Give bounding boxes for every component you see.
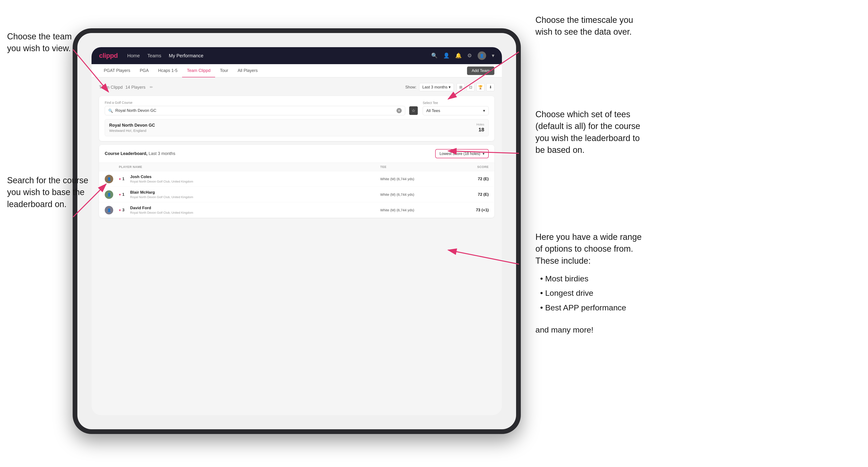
player-club: Royal North Devon Golf Club, United King… [130,180,193,183]
nav-my-performance[interactable]: My Performance [169,53,204,59]
player-name: Josh Coles [130,175,193,179]
player-score: 73 (+1) [446,208,489,213]
player-club: Royal North Devon Golf Club, United King… [130,195,193,199]
grid-large-view-button[interactable]: ⊡ [467,83,474,91]
tee-column-header: TEE [380,165,446,168]
tab-team-clippd[interactable]: Team Clippd [182,64,215,77]
player-name-cell: ♥ 1 Blair McHarg Royal North Devon Golf … [119,190,380,199]
favorite-button[interactable]: ☆ [409,106,418,115]
score-column-header: SCORE [446,165,489,168]
search-icon[interactable]: 🔍 [431,53,437,59]
dropdown-chevron-icon: ▾ [448,85,451,89]
show-label: Show: [405,85,416,90]
avatar: 👤 [105,206,113,214]
show-controls: Show: Last 3 months ▾ ⊞ ⊡ 🏆 ⬇ [405,83,494,91]
top-right-annotation: Choose the timescale youwish to see the … [535,14,633,38]
tab-all-players[interactable]: All Players [233,64,262,77]
bottom-right-annotation: Here you have a wide rangeof options to … [535,231,642,335]
player-row: 👤 ♥ 1 Josh Coles Royal North Devon Golf … [99,171,494,187]
tab-hcaps[interactable]: Hcaps 1-5 [153,64,182,77]
leaderboard-section: Course Leaderboard, Last 3 months Lowest… [99,145,494,218]
player-score: 72 (E) [446,192,489,197]
avatar-icon: 👤 [107,177,111,181]
top-left-annotation: Choose the team you wish to view. [7,31,87,55]
chevron-down-icon[interactable]: ▾ [492,53,494,59]
avatar-icon: 👤 [479,54,484,58]
team-title: Team Clippd 14 Players [99,85,146,90]
player-row: 👤 ♥ 3 David Ford Royal North Devon Golf … [99,203,494,218]
course-result-info: Royal North Devon GC Westward Ho!, Engla… [109,123,155,132]
view-icons: ⊞ ⊡ 🏆 ⬇ [457,83,494,91]
select-tee-group: Select Tee All Tees ▾ [423,101,489,115]
search-icon: 🔍 [108,108,113,113]
options-list: Most birdies Longest drive Best APP perf… [540,272,642,315]
player-name: David Ford [130,206,193,210]
player-row: 👤 ♥ 1 Blair McHarg Royal North Devon Gol… [99,187,494,203]
mid-left-annotation: Search for the courseyou wish to base th… [7,175,88,210]
course-search-input[interactable]: Royal North Devon GC [115,108,394,113]
player-tee: White (M) (6,744 yds) [380,192,446,196]
add-team-button[interactable]: Add Team [467,66,494,75]
team-header: Team Clippd 14 Players ✏ Show: Last 3 mo… [99,83,494,91]
tablet-frame: clippd Home Teams My Performance 🔍 👤 🔔 ⚙… [73,28,521,434]
player-name-column-header: PLAYER NAME [119,165,380,168]
bell-icon[interactable]: 🔔 [455,53,462,59]
brand-logo: clippd [99,52,118,59]
tee-chevron-icon: ▾ [483,108,485,113]
trophy-view-button[interactable]: 🏆 [476,83,485,91]
player-name: Blair McHarg [130,190,193,195]
leaderboard-title: Course Leaderboard, Last 3 months [105,151,175,156]
tab-pga[interactable]: PGA [135,64,153,77]
grid-small-view-button[interactable]: ⊞ [457,83,465,91]
player-tee: White (M) (6,744 yds) [380,208,446,212]
course-search-input-wrapper: 🔍 Royal North Devon GC ✕ [105,106,405,115]
navbar: clippd Home Teams My Performance 🔍 👤 🔔 ⚙… [92,47,502,64]
course-result: Royal North Devon GC Westward Ho!, Engla… [105,119,489,136]
tee-dropdown[interactable]: All Tees ▾ [423,106,489,115]
course-result-location: Westward Ho!, England [109,129,155,132]
rank-cell: 👤 [105,206,119,214]
player-info: David Ford Royal North Devon Golf Club, … [127,206,193,214]
player-info: Josh Coles Royal North Devon Golf Club, … [127,175,193,183]
course-result-name: Royal North Devon GC [109,123,155,128]
avatar: 👤 [105,175,113,183]
find-course-label: Find a Golf Course [105,101,418,104]
edit-icon[interactable]: ✏ [150,85,153,89]
settings-icon[interactable]: ⚙ [467,53,472,59]
navbar-links: Home Teams My Performance [127,53,203,59]
mid-right-annotation: Choose which set of tees(default is all)… [535,108,640,156]
clear-search-button[interactable]: ✕ [397,108,402,113]
score-type-dropdown[interactable]: Lowest Score (18 holes) ▾ [435,149,489,158]
heart-icon: ♥ [119,193,121,196]
player-score: 72 (E) [446,177,489,181]
player-tee: White (M) (6,744 yds) [380,177,446,181]
leaderboard-title-group: Course Leaderboard, Last 3 months [105,151,175,156]
person-icon[interactable]: 👤 [443,53,450,59]
tab-bar: PGAT Players PGA Hcaps 1-5 Team Clippd T… [92,64,502,77]
tab-pgat-players[interactable]: PGAT Players [99,64,135,77]
nav-home[interactable]: Home [127,53,140,59]
rank-cell: 👤 [105,175,119,183]
option-birdies: Most birdies [540,272,642,286]
course-search-card: Find a Golf Course 🔍 Royal North Devon G… [99,96,494,141]
search-card-top: Find a Golf Course 🔍 Royal North Devon G… [105,101,489,115]
navbar-right: 🔍 👤 🔔 ⚙ 👤 ▾ [431,52,494,60]
option-drive: Longest drive [540,286,642,300]
rank-number: 1 [122,192,124,197]
heart-icon: ♥ [119,208,121,212]
heart-icon: ♥ [119,177,121,181]
leaderboard-table-header: PLAYER NAME TEE SCORE [99,163,494,171]
download-button[interactable]: ⬇ [486,83,494,91]
tab-tour[interactable]: Tour [215,64,233,77]
holes-box: Holes 18 [476,123,484,133]
player-name-cell: ♥ 3 David Ford Royal North Devon Golf Cl… [119,206,380,214]
avatar[interactable]: 👤 [478,52,486,60]
nav-teams[interactable]: Teams [148,53,161,59]
score-type-chevron-icon: ▾ [483,151,485,156]
player-name-cell: ♥ 1 Josh Coles Royal North Devon Golf Cl… [119,175,380,183]
holes-count: 18 [476,127,484,133]
rank-number: 1 [122,177,124,181]
time-period-dropdown[interactable]: Last 3 months ▾ [419,83,454,91]
avatar: 👤 [105,190,113,199]
player-info: Blair McHarg Royal North Devon Golf Club… [127,190,193,199]
